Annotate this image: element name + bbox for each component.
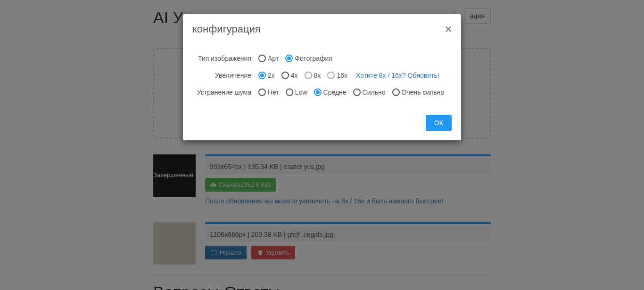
image-type-options: Арт Фотография — [258, 55, 337, 62]
radio-label: Очень сильно — [402, 89, 445, 96]
radio-icon — [286, 89, 293, 96]
radio-label: Low — [295, 89, 307, 96]
radio-label: Арт — [268, 55, 279, 62]
radio-icon — [285, 55, 293, 62]
radio-icon — [314, 89, 322, 96]
radio-label: 16x — [337, 72, 347, 79]
radio-label: 4x — [291, 72, 298, 79]
modal-footer: ОК — [183, 115, 461, 140]
radio-photo[interactable]: Фотография — [285, 55, 332, 62]
radio-icon — [305, 72, 312, 79]
radio-medium[interactable]: Средне — [314, 89, 347, 96]
modal-body: Тип изображения Арт Фотография Увеличени… — [183, 40, 461, 115]
radio-label: 2x — [268, 72, 275, 79]
denoise-label: Устранение шума — [192, 89, 258, 96]
modal-title: конфигурация — [192, 23, 261, 35]
modal-header: конфигурация × — [183, 14, 461, 40]
denoise-options: Нет Low Средне Сильно Очень сильно — [258, 89, 449, 96]
denoise-row: Устранение шума Нет Low Средне Сильно — [192, 89, 452, 96]
radio-label: Нет — [268, 89, 279, 96]
radio-16x[interactable]: 16x — [327, 72, 347, 79]
radio-label: Фотография — [295, 55, 332, 62]
radio-2x[interactable]: 2x — [258, 72, 275, 79]
radio-4x[interactable]: 4x — [281, 72, 298, 79]
upgrade-link[interactable]: Хотите 8x / 16x? Обновить! — [356, 72, 439, 79]
configuration-modal: конфигурация × Тип изображения Арт Фотог… — [183, 14, 461, 140]
image-type-row: Тип изображения Арт Фотография — [192, 55, 452, 62]
radio-icon — [392, 89, 400, 96]
close-icon[interactable]: × — [445, 23, 452, 36]
radio-label: Сильно — [363, 89, 386, 96]
image-type-label: Тип изображения — [192, 55, 258, 62]
ok-button[interactable]: ОК — [426, 115, 452, 131]
radio-icon — [258, 72, 266, 79]
radio-icon — [353, 89, 361, 96]
radio-high[interactable]: Сильно — [353, 89, 386, 96]
upscale-options: 2x 4x 8x 16x Хотите 8x / 16x? Обновить! — [258, 72, 439, 79]
radio-none[interactable]: Нет — [258, 89, 279, 96]
radio-8x[interactable]: 8x — [305, 72, 321, 79]
radio-label: 8x — [314, 72, 321, 79]
radio-low[interactable]: Low — [286, 89, 307, 96]
radio-icon — [258, 89, 266, 96]
upscale-label: Увеличение — [192, 72, 258, 79]
upscale-row: Увеличение 2x 4x 8x 16x Хотит — [192, 72, 452, 79]
radio-art[interactable]: Арт — [258, 55, 279, 62]
radio-icon — [281, 72, 289, 79]
radio-icon — [327, 72, 335, 79]
radio-highest[interactable]: Очень сильно — [392, 89, 445, 96]
radio-icon — [258, 55, 266, 62]
radio-label: Средне — [323, 89, 347, 96]
